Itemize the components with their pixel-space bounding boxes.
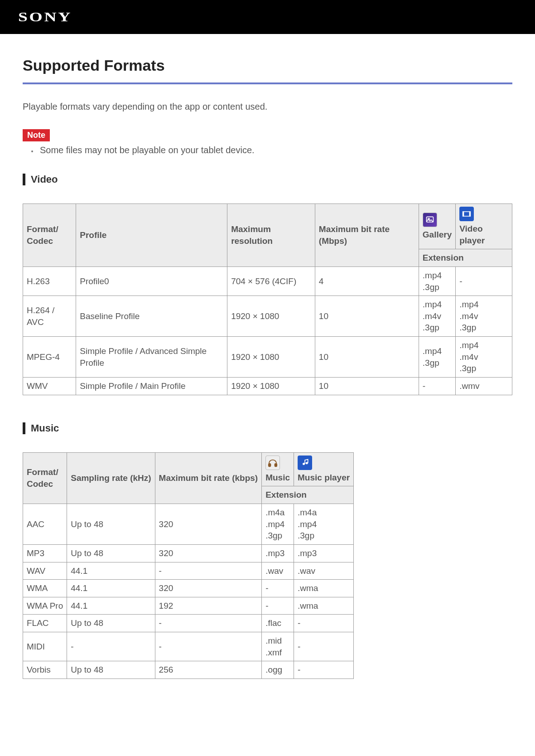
page-title: Supported Formats [23,57,512,84]
table-row: WAV44.1-.wav.wav [23,562,354,580]
cell-player-ext: - [456,267,512,296]
cell-format: MP3 [23,544,67,562]
section-heading-music: Music [23,422,512,434]
cell-maxbitrate: - [155,615,262,632]
col-music-label: Music [265,473,290,482]
cell-sampling: 44.1 [67,562,155,580]
col-videoplayer-label: Video player [459,224,485,245]
cell-player-ext: .wmv [456,378,512,395]
cell-maxbitrate: - [155,632,262,661]
cell-player-ext: .wma [294,580,354,597]
col-sampling: Sampling rate (kHz) [67,452,155,504]
svg-rect-10 [275,464,277,466]
col-format: Format/ Codec [23,204,76,267]
cell-sampling: 44.1 [67,597,155,615]
cell-player-ext: - [294,632,354,661]
table-row: VorbisUp to 48256.ogg- [23,661,354,679]
cell-profile: Profile0 [76,267,227,296]
col-extension: Extension [262,486,354,504]
cell-maxbitrate: 4 [315,267,419,296]
col-musicplayer-label: Music player [298,473,350,482]
cell-format: Vorbis [23,661,67,679]
cell-sampling: Up to 48 [67,615,155,632]
note-item: Some files may not be playable on your t… [38,145,512,155]
col-profile: Profile [76,204,227,267]
cell-music-ext: .ogg [262,661,294,679]
cell-player-ext: - [294,661,354,679]
cell-format: FLAC [23,615,67,632]
col-gallery: Gallery [419,204,455,249]
table-row: H.264 / AVCBaseline Profile1920 × 108010… [23,296,512,337]
cell-gallery-ext: - [419,378,455,395]
cell-maxres: 1920 × 1080 [227,378,315,395]
cell-music-ext: .mid .xmf [262,632,294,661]
cell-maxres: 704 × 576 (4CIF) [227,267,315,296]
cell-format: WAV [23,562,67,580]
cell-player-ext: .mp4 .m4v .3gp [456,337,512,378]
cell-player-ext: .wma [294,597,354,615]
cell-format: WMA Pro [23,597,67,615]
col-maxbitrate: Maximum bit rate (Mbps) [315,204,419,267]
brand-logo: SONY [18,9,72,24]
col-maxres: Maximum resolution [227,204,315,267]
cell-music-ext: .m4a .mp4 .3gp [262,504,294,544]
header: SONY [0,1,535,34]
table-row: WMA44.1320-.wma [23,580,354,597]
cell-sampling: Up to 48 [67,544,155,562]
music-icon [265,456,280,470]
table-row: FLACUp to 48-.flac- [23,615,354,632]
cell-maxbitrate: 320 [155,504,262,544]
cell-gallery-ext: .mp4 .3gp [419,267,455,296]
cell-sampling: Up to 48 [67,504,155,544]
cell-player-ext: .mp4 .m4v .3gp [456,296,512,337]
col-musicplayer: Music player [294,452,354,486]
music-table: Format/ Codec Sampling rate (kHz) Maximu… [23,452,354,679]
cell-format: MIDI [23,632,67,661]
cell-music-ext: - [262,580,294,597]
cell-player-ext: .m4a .mp4 .3gp [294,504,354,544]
video-table: Format/ Codec Profile Maximum resolution… [23,204,512,395]
table-row: MP3Up to 48320.mp3.mp3 [23,544,354,562]
cell-music-ext: .flac [262,615,294,632]
svg-rect-9 [269,464,271,466]
col-format: Format/ Codec [23,452,67,504]
col-music: Music [262,452,294,486]
cell-maxbitrate: 256 [155,661,262,679]
table-row: AACUp to 48320.m4a .mp4 .3gp.m4a .mp4 .3… [23,504,354,544]
cell-maxbitrate: 10 [315,337,419,378]
cell-maxbitrate: 320 [155,580,262,597]
cell-format: H.263 [23,267,76,296]
cell-player-ext: .wav [294,562,354,580]
cell-sampling: - [67,632,155,661]
note-list: Some files may not be playable on your t… [38,145,512,155]
cell-maxres: 1920 × 1080 [227,337,315,378]
cell-sampling: Up to 48 [67,661,155,679]
cell-format: H.264 / AVC [23,296,76,337]
cell-music-ext: - [262,597,294,615]
cell-format: MPEG-4 [23,337,76,378]
note-badge: Note [23,129,50,141]
cell-maxbitrate: 10 [315,296,419,337]
cell-maxbitrate: 192 [155,597,262,615]
col-maxbitrate: Maximum bit rate (kbps) [155,452,262,504]
col-videoplayer: Video player [456,204,512,249]
video-player-icon [459,207,474,221]
table-row: WMA Pro44.1192-.wma [23,597,354,615]
cell-music-ext: .wav [262,562,294,580]
col-gallery-label: Gallery [423,230,452,239]
col-extension: Extension [419,249,512,267]
cell-format: WMA [23,580,67,597]
cell-maxbitrate: - [155,562,262,580]
cell-profile: Simple Profile / Advanced Simple Profile [76,337,227,378]
main-content: Supported Formats Playable formats vary … [0,34,535,724]
intro-text: Playable formats vary depending on the a… [23,102,512,112]
cell-format: AAC [23,504,67,544]
section-heading-video: Video [23,174,512,185]
table-row: H.263Profile0704 × 576 (4CIF)4.mp4 .3gp- [23,267,512,296]
cell-profile: Simple Profile / Main Profile [76,378,227,395]
cell-gallery-ext: .mp4 .3gp [419,337,455,378]
table-row: MIDI--.mid .xmf- [23,632,354,661]
cell-maxres: 1920 × 1080 [227,296,315,337]
music-player-icon [298,456,312,470]
cell-gallery-ext: .mp4 .m4v .3gp [419,296,455,337]
